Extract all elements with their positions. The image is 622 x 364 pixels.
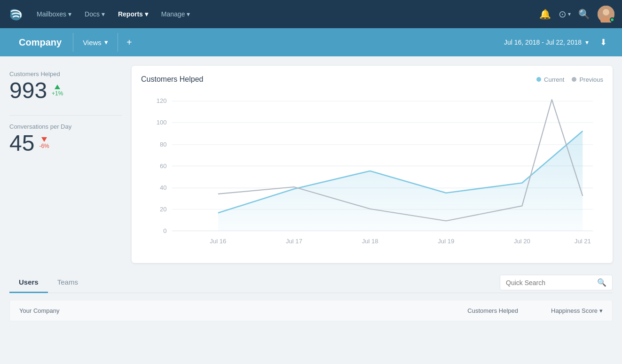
table-header: Your Company Customers Helped Happiness … (9, 301, 613, 321)
svg-text:Jul 19: Jul 19 (438, 238, 454, 245)
add-view-button[interactable]: + (120, 34, 139, 51)
download-button[interactable]: ⬇ (594, 34, 613, 50)
previous-dot-icon (572, 77, 576, 82)
chart-legend: Current Previous (536, 76, 603, 83)
conversations-change: -6% (39, 137, 49, 149)
svg-text:Jul 20: Jul 20 (514, 238, 530, 245)
notifications-icon[interactable]: 🔔 (539, 8, 551, 20)
svg-text:40: 40 (160, 185, 167, 192)
svg-text:60: 60 (160, 163, 167, 170)
conversations-value: 45 (9, 132, 34, 155)
stat-divider (9, 115, 122, 116)
stats-sidebar: Customers Helped 993 +1% Conversations p… (9, 66, 122, 263)
customers-helped-stat: Customers Helped 993 +1% (9, 70, 122, 102)
current-dot-icon (536, 77, 541, 82)
svg-text:Jul 16: Jul 16 (210, 238, 226, 245)
quick-search-input[interactable] (506, 279, 593, 287)
logo[interactable] (8, 6, 24, 23)
chart-card: Customers Helped Current Previous (132, 66, 613, 263)
conversations-stat: Conversations per Day 45 -6% (9, 123, 122, 155)
tabs-row: Users Teams 🔍 (9, 272, 613, 293)
up-arrow-icon (55, 85, 60, 89)
down-arrow-icon (41, 137, 47, 142)
col-customers-helped: Customers Helped (433, 307, 518, 314)
sort-chevron-icon: ▾ (599, 307, 603, 314)
date-range-picker[interactable]: Jul 16, 2018 - Jul 22, 2018 ▾ (498, 36, 594, 49)
svg-text:0: 0 (163, 227, 166, 234)
top-nav: Mailboxes ▾ Docs ▾ Reports ▾ Manage ▾ 🔔 … (0, 0, 622, 28)
nav-mailboxes[interactable]: Mailboxes ▾ (32, 8, 76, 21)
legend-current: Current (536, 76, 564, 83)
tab-users[interactable]: Users (9, 272, 48, 293)
svg-text:Jul 17: Jul 17 (286, 238, 302, 245)
svg-text:120: 120 (157, 98, 167, 105)
col-company: Your Company (19, 307, 433, 314)
secondary-nav: Company Views ▾ + Jul 16, 2018 - Jul 22,… (0, 28, 622, 56)
svg-point-1 (603, 9, 609, 15)
svg-text:Jul 21: Jul 21 (575, 238, 591, 245)
views-button[interactable]: Views ▾ (75, 34, 116, 50)
svg-text:Jul 18: Jul 18 (362, 238, 378, 245)
svg-marker-23 (218, 131, 583, 231)
svg-text:80: 80 (160, 141, 167, 148)
tab-teams[interactable]: Teams (48, 272, 87, 293)
svg-text:100: 100 (157, 119, 167, 126)
nav-manage[interactable]: Manage ▾ (157, 8, 195, 21)
nav-divider-2 (118, 33, 118, 52)
online-indicator (610, 17, 614, 22)
nav-docs[interactable]: Docs ▾ (80, 8, 110, 21)
conversations-label: Conversations per Day (9, 123, 122, 130)
nav-reports[interactable]: Reports ▾ (113, 8, 153, 21)
main-content: Customers Helped 993 +1% Conversations p… (0, 56, 622, 263)
bottom-section: Users Teams 🔍 Your Company Customers Hel… (0, 263, 622, 321)
search-nav-icon[interactable]: 🔍 (578, 8, 590, 20)
col-happiness-score[interactable]: Happiness Score ▾ (518, 307, 603, 314)
chart-title: Customers Helped (141, 75, 204, 84)
legend-previous: Previous (572, 76, 603, 83)
svg-text:20: 20 (160, 206, 167, 213)
customers-helped-chart: 120 100 80 60 40 20 0 Jul 16 Jul 17 Jul … (141, 91, 603, 251)
help-icon[interactable]: ⊙▾ (559, 8, 571, 20)
company-label: Company (9, 37, 71, 48)
customers-helped-label: Customers Helped (9, 70, 122, 77)
customers-helped-change: +1% (52, 85, 63, 97)
nav-divider-1 (73, 33, 73, 52)
user-avatar[interactable] (598, 6, 614, 23)
quick-search-box[interactable]: 🔍 (500, 275, 613, 290)
nav-right-icons: 🔔 ⊙▾ 🔍 (539, 6, 614, 23)
search-icon: 🔍 (597, 278, 606, 287)
customers-helped-value: 993 (9, 79, 47, 102)
chart-header: Customers Helped Current Previous (141, 75, 603, 84)
